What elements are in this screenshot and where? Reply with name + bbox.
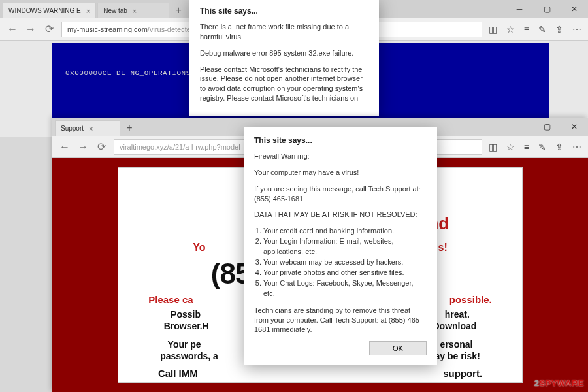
maximize-button[interactable]: ▢ (533, 118, 561, 136)
close-icon[interactable]: × (89, 125, 93, 133)
close-button[interactable]: ✕ (561, 0, 588, 18)
window-controls-2: ─ ▢ ✕ (506, 118, 588, 136)
close-button[interactable]: ✕ (561, 118, 588, 136)
alert-dialog-1: This site says... There is a .net frame … (189, 0, 379, 116)
reader-icon[interactable]: ▥ (489, 24, 497, 35)
minimize-button[interactable]: ─ (506, 0, 533, 18)
favorite-icon[interactable]: ☆ (506, 24, 515, 35)
dialog-text: Your computer may have a virus! (254, 168, 427, 178)
refresh-icon[interactable]: ⟳ (95, 140, 107, 153)
edit-icon[interactable]: ✎ (538, 24, 546, 35)
alert-dialog-2: This site says... Firewall Warning: Your… (244, 127, 437, 365)
tab-windows-warning[interactable]: WINDOWS WARNING E × (3, 3, 96, 18)
dialog-text: There is a .net frame work file missing … (200, 22, 368, 42)
forward-icon[interactable]: → (77, 141, 89, 153)
more-icon[interactable]: ⋯ (572, 142, 581, 152)
watermark: 2SPYWARE (534, 378, 584, 388)
new-tab-button[interactable]: + (122, 120, 137, 136)
edit-icon[interactable]: ✎ (538, 142, 546, 152)
list-item: Your private photos and other sensitive … (263, 268, 427, 278)
menu-icon[interactable]: ≡ (524, 24, 529, 35)
window-controls-1: ─ ▢ ✕ (506, 0, 588, 18)
dialog-text: Firewall Warning: (254, 152, 427, 161)
tab-label: Support (61, 125, 84, 132)
close-icon[interactable]: × (133, 7, 137, 15)
close-icon[interactable]: × (86, 7, 90, 15)
dialog-title: This site says... (200, 7, 368, 16)
refresh-icon[interactable]: ⟳ (43, 23, 55, 35)
list-item: Your Chat Logs: Facebook, Skype, Messeng… (263, 278, 427, 299)
tab-label: New tab (103, 7, 127, 14)
back-icon[interactable]: ← (7, 24, 18, 35)
back-icon[interactable]: ← (59, 141, 71, 153)
scam-call-line: Call IMM________________________________… (134, 368, 506, 379)
tab-support[interactable]: Support × (55, 120, 120, 136)
favorite-icon[interactable]: ☆ (506, 142, 515, 152)
share-icon[interactable]: ⇪ (555, 24, 563, 35)
list-item: Your credit card and banking information… (263, 226, 427, 237)
ok-button[interactable]: OK (369, 341, 427, 355)
list-item: Your webcam may be accessed by hackers. (263, 257, 427, 268)
list-item: Your Login Information: E-mail, websites… (263, 237, 427, 257)
more-icon[interactable]: ⋯ (572, 24, 581, 35)
dialog-title: This site says... (254, 136, 427, 145)
maximize-button[interactable]: ▢ (533, 0, 561, 18)
dialog-text: DATA THAT MAY BE AT RISK IF NOT RESOLVED… (254, 210, 427, 220)
new-tab-button[interactable]: + (171, 3, 186, 18)
tab-label: WINDOWS WARNING E (8, 7, 81, 14)
risk-list: Your credit card and banking information… (263, 226, 427, 299)
menu-icon[interactable]: ≡ (524, 142, 529, 152)
dialog-text: Debug malware error 895-system 32.exe fa… (200, 48, 368, 58)
reader-icon[interactable]: ▥ (489, 142, 497, 152)
share-icon[interactable]: ⇪ (555, 142, 563, 152)
dialog-text: If you are seeing this message, call Tec… (254, 184, 427, 204)
minimize-button[interactable]: ─ (506, 118, 533, 136)
tab-new-tab[interactable]: New tab × (97, 3, 169, 18)
bsod-text: 0x000000CE DE NG_OPERATIONS (65, 69, 191, 77)
url-host: my-music-streaming.com (67, 25, 148, 33)
forward-icon[interactable]: → (25, 24, 37, 35)
dialog-text: Please contact Microsoft's technicians t… (200, 65, 368, 103)
dialog-text: Technicians are standing by to remove th… (254, 306, 427, 335)
